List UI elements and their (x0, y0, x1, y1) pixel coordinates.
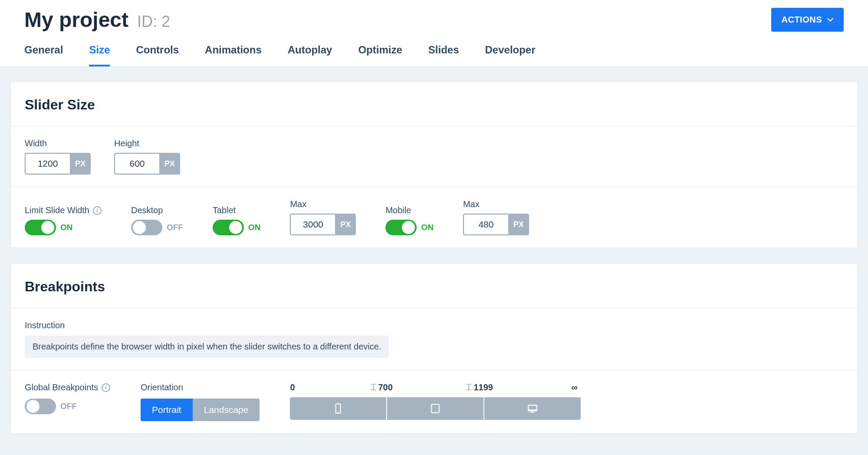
global-breakpoints-label: Global Breakpoints (25, 382, 98, 392)
tablet-label: Tablet (213, 205, 261, 215)
page-title: My project (24, 8, 128, 32)
global-breakpoints-state: OFF (60, 402, 77, 411)
orientation-portrait[interactable]: Portrait (141, 399, 193, 421)
mobile-max-input[interactable] (463, 214, 508, 235)
tab-autoplay[interactable]: Autoplay (288, 44, 332, 66)
tablet-icon (430, 403, 441, 414)
tabs: General Size Controls Animations Autopla… (0, 32, 868, 67)
tab-developer[interactable]: Developer (485, 44, 536, 66)
chevron-down-icon (827, 17, 833, 23)
instruction-text: Breakpoints define the browser width in … (25, 336, 389, 358)
breakpoints-heading: Breakpoints (25, 279, 843, 295)
info-icon[interactable]: i (93, 206, 102, 215)
tab-optimize[interactable]: Optimize (358, 44, 402, 66)
actions-button-label: ACTIONS (782, 15, 822, 25)
breakpoint-start: 0 (290, 382, 295, 392)
breakpoint-bar[interactable] (290, 397, 581, 420)
svg-point-1 (338, 412, 339, 412)
desktop-state: OFF (167, 223, 183, 232)
breakpoint-end: ∞ (571, 382, 577, 392)
slider-size-heading: Slider Size (25, 97, 843, 113)
limit-slide-width-label: Limit Slide Width (25, 205, 89, 215)
breakpoint-seg-desktop[interactable] (484, 397, 581, 420)
slider-size-card: Slider Size Width PX Height PX (10, 82, 858, 248)
tablet-state: ON (248, 223, 261, 232)
tab-size[interactable]: Size (89, 44, 110, 66)
actions-button[interactable]: ACTIONS (771, 8, 844, 32)
project-id: ID: 2 (137, 13, 170, 31)
orientation-label: Orientation (141, 382, 260, 392)
width-input[interactable] (25, 153, 70, 175)
tablet-max-input[interactable] (290, 214, 335, 235)
height-label: Height (114, 138, 180, 148)
svg-rect-6 (531, 412, 535, 413)
height-input[interactable] (114, 153, 159, 175)
orientation-landscape[interactable]: Landscape (193, 399, 260, 421)
mobile-max-unit: PX (508, 214, 529, 235)
limit-slide-width-toggle[interactable] (25, 220, 56, 235)
breakpoint-labels: 0 Ꮖ 700 Ꮖ 1199 ∞ (290, 382, 581, 393)
breakpoints-card: Breakpoints Instruction Breakpoints defi… (10, 264, 858, 434)
tab-animations[interactable]: Animations (205, 44, 262, 66)
height-unit: PX (159, 153, 180, 175)
tab-controls[interactable]: Controls (136, 44, 179, 66)
mobile-icon (332, 403, 344, 414)
mobile-label: Mobile (385, 205, 434, 215)
breakpoint-b2[interactable]: 1199 (473, 382, 493, 392)
tab-general[interactable]: General (24, 44, 63, 66)
mobile-max-label: Max (463, 199, 529, 209)
text-cursor-icon: Ꮖ (466, 382, 472, 392)
breakpoint-seg-mobile[interactable] (290, 397, 387, 420)
instruction-label: Instruction (25, 320, 65, 330)
breakpoint-seg-tablet[interactable] (387, 397, 484, 420)
mobile-state: ON (421, 223, 434, 232)
width-unit: PX (70, 153, 91, 175)
text-cursor-icon: Ꮖ (371, 382, 376, 392)
desktop-label: Desktop (131, 205, 183, 215)
info-icon[interactable]: i (102, 383, 110, 392)
tablet-max-label: Max (290, 199, 356, 209)
global-breakpoints-toggle[interactable] (25, 399, 56, 414)
limit-slide-width-state: ON (60, 223, 73, 232)
desktop-toggle[interactable] (131, 220, 162, 235)
desktop-icon (527, 403, 538, 414)
tab-slides[interactable]: Slides (428, 44, 459, 66)
mobile-toggle[interactable] (385, 220, 417, 235)
breakpoint-b1[interactable]: 700 (378, 382, 392, 392)
width-label: Width (25, 138, 91, 148)
svg-point-3 (435, 411, 436, 412)
tablet-max-unit: PX (335, 214, 356, 235)
orientation-segmented: Portrait Landscape (141, 399, 260, 421)
tablet-toggle[interactable] (213, 220, 244, 235)
